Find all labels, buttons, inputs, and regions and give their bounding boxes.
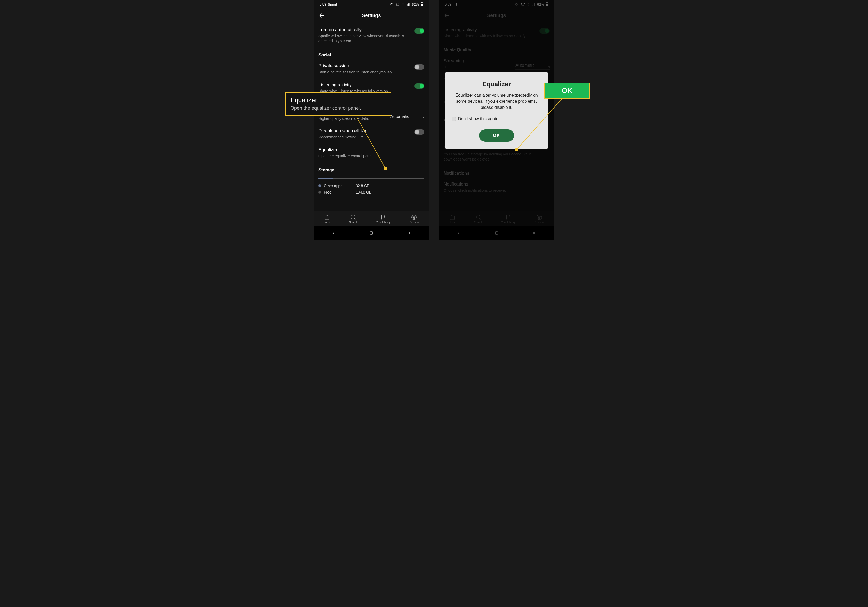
download-toggle[interactable] — [414, 129, 425, 135]
sync-icon — [396, 2, 399, 6]
wifi-icon — [401, 2, 405, 6]
status-carrier: Sprint — [328, 2, 337, 6]
download-sub: Recommended Setting: Off — [318, 135, 411, 140]
listen-toggle[interactable] — [414, 83, 425, 89]
library-icon — [380, 214, 386, 220]
page-title: Settings — [314, 13, 429, 19]
ok-button[interactable]: OK — [479, 129, 514, 142]
svg-rect-7 — [421, 4, 423, 6]
svg-rect-3 — [408, 3, 409, 6]
streaming-sub: Higher quality uses more data. — [318, 116, 387, 121]
svg-rect-1 — [406, 5, 407, 6]
private-session-row[interactable]: Private session Start a private session … — [318, 60, 425, 79]
checkbox-label: Don't show this again — [458, 117, 498, 121]
storage-other-label: Other apps — [324, 184, 353, 188]
bottom-nav: Home Search Your Library Premium — [314, 211, 429, 226]
nav-home[interactable]: Home — [324, 214, 331, 224]
listen-title: Listening activity — [318, 82, 411, 88]
storage-bar — [318, 178, 425, 180]
dont-show-checkbox[interactable]: Don't show this again — [451, 117, 542, 121]
storage-other-val: 32.8 GB — [356, 184, 369, 188]
storage-other-row: Other apps 32.8 GB — [318, 183, 425, 189]
svg-line-10 — [354, 218, 355, 219]
equalizer-dialog: Equalizer Equalizer can alter volume une… — [445, 73, 549, 149]
status-bar: 9:53 Sprint 62% — [314, 0, 429, 8]
android-nav-bar — [314, 226, 429, 240]
callout-equalizer: Equalizer Open the equalizer control pan… — [285, 92, 391, 116]
streaming-select[interactable]: Automatic — [390, 113, 425, 121]
android-recent-icon[interactable] — [407, 230, 412, 235]
svg-rect-4 — [409, 3, 410, 6]
phone-right: 9:53 62% Settings Listening activity Sha… — [439, 0, 554, 240]
storage-free-label: Free — [324, 190, 353, 194]
auto-sub: Spotify will switch to car view whenever… — [318, 34, 411, 44]
android-home-icon[interactable] — [369, 230, 374, 235]
back-arrow-icon[interactable] — [318, 12, 325, 19]
nav-library[interactable]: Your Library — [376, 214, 390, 224]
equalizer-row[interactable]: Equalizer Open the equalizer control pan… — [318, 144, 425, 163]
storage-free-row: Free 194.8 GB — [318, 189, 425, 195]
svg-rect-15 — [370, 232, 373, 234]
battery-pct: 62% — [412, 2, 419, 6]
settings-header: Settings — [314, 8, 429, 23]
private-title: Private session — [318, 63, 411, 69]
auto-toggle[interactable] — [414, 28, 425, 34]
signal-icon — [406, 3, 410, 6]
home-icon — [324, 214, 330, 220]
download-cellular-row[interactable]: Download using cellular Recommended Sett… — [318, 125, 425, 144]
phone-left: 9:53 Sprint 62% Settings — [314, 0, 429, 240]
dialog-title: Equalizer — [451, 81, 542, 88]
svg-rect-2 — [408, 4, 408, 6]
checkbox-icon — [451, 117, 456, 121]
battery-icon — [420, 2, 423, 6]
spotify-icon — [411, 214, 417, 220]
nav-premium[interactable]: Premium — [409, 214, 419, 224]
auto-car-view-row[interactable]: Turn on automatically Spotify will switc… — [318, 23, 425, 47]
equalizer-title: Equalizer — [318, 147, 421, 153]
section-storage: Storage — [318, 163, 425, 175]
auto-title: Turn on automatically — [318, 27, 411, 33]
mute-icon — [390, 2, 394, 6]
storage-free-val: 194.8 GB — [356, 190, 371, 194]
search-icon — [350, 214, 356, 220]
svg-line-13 — [384, 215, 385, 219]
callout-sub: Open the equalizer control panel. — [290, 105, 386, 111]
nav-search[interactable]: Search — [349, 214, 358, 224]
private-sub: Start a private session to listen anonym… — [318, 70, 411, 75]
callout-title: Equalizer — [290, 96, 386, 104]
callout-ok: OK — [544, 82, 590, 99]
android-back-icon[interactable] — [331, 230, 336, 235]
equalizer-sub: Open the equalizer control panel. — [318, 153, 421, 159]
section-social: Social — [318, 47, 425, 60]
private-toggle[interactable] — [414, 64, 425, 70]
dialog-body: Equalizer can alter volume unexpectedly … — [451, 92, 542, 111]
status-time: 9:53 — [319, 2, 326, 6]
svg-point-9 — [351, 215, 355, 219]
listening-activity-row[interactable]: Listening activity Share what I listen t… — [318, 79, 425, 94]
download-title: Download using cellular — [318, 129, 411, 134]
